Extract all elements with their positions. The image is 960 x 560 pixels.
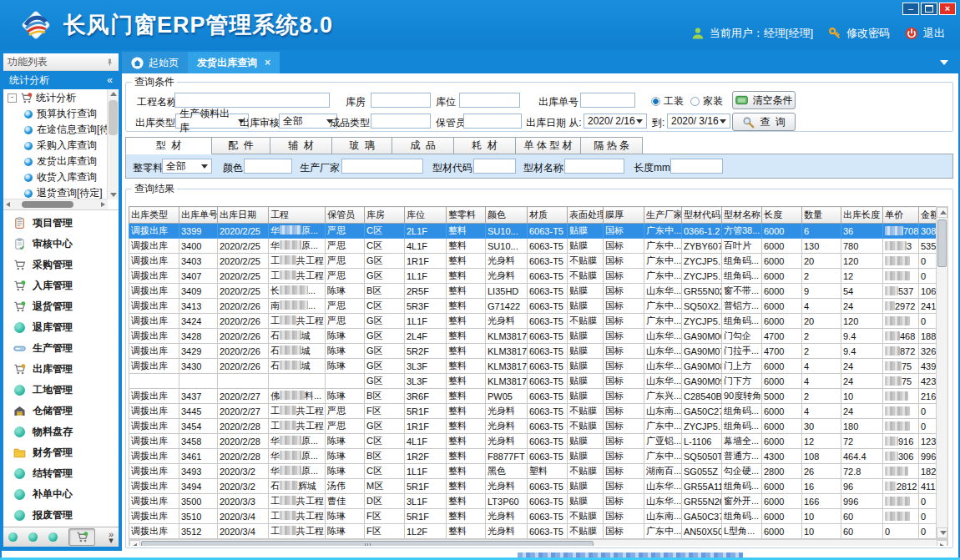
collapse-icon[interactable]: «: [107, 74, 113, 86]
sidebar-module-11[interactable]: 财务管理: [3, 442, 119, 463]
table-row[interactable]: 调拨出库33992020/2/25华原...严思C区2L1F整料SU10...6…: [129, 224, 937, 239]
sidebar-module-9[interactable]: 仓储管理: [3, 401, 119, 421]
scroll-right-icon[interactable]: [101, 202, 105, 207]
logout-button[interactable]: 退出: [923, 26, 945, 41]
material-tab-0[interactable]: 型 材: [125, 137, 212, 154]
column-header[interactable]: 金额: [919, 207, 937, 224]
module-mini-icon[interactable]: [48, 532, 58, 542]
clear-conditions-button[interactable]: 清空条件: [732, 91, 796, 109]
table-row[interactable]: 调拨出库34002020/2/25华原...严思C区4L1F整料SU10...6…: [129, 239, 937, 254]
change-password-button[interactable]: 修改密码: [846, 26, 890, 41]
search-button[interactable]: 查 询: [732, 113, 796, 131]
pin-icon[interactable]: [105, 58, 114, 67]
whole-part-select[interactable]: 全部: [162, 159, 212, 174]
column-header[interactable]: 生产厂家: [644, 207, 682, 224]
sidebar-module-8[interactable]: 工地管理: [3, 380, 119, 401]
material-tab-4[interactable]: 成 品: [392, 137, 454, 154]
tree-expander-icon[interactable]: -: [8, 93, 17, 103]
table-row[interactable]: 调拨出库34582020/2/28华原...陈琳C区4L1F整料光身料6063-…: [129, 434, 937, 449]
material-tab-1[interactable]: 配 件: [212, 137, 270, 154]
module-mini-icon[interactable]: [8, 532, 18, 542]
tab-close-icon[interactable]: ×: [265, 57, 270, 68]
section-header[interactable]: 统计分析 «: [3, 71, 119, 89]
color-input[interactable]: [244, 159, 292, 174]
profile-code-input[interactable]: [473, 159, 516, 174]
minimize-button[interactable]: –: [902, 3, 919, 15]
column-header[interactable]: 库位: [405, 207, 447, 224]
table-row[interactable]: 调拨出库34302020/2/26石城陈琳G区3L3F整料KLM38176063…: [129, 359, 937, 374]
column-header[interactable]: 出库日期: [218, 207, 269, 224]
sidebar-module-2[interactable]: 采购管理: [3, 255, 119, 275]
tree-item-2[interactable]: 采购入库查询: [3, 138, 108, 154]
table-row[interactable]: 调拨出库34372020/2/27佛料...陈琳B区3R6F整料PW056063…: [129, 389, 937, 404]
table-row[interactable]: 调拨出库34032020/2/25工共工程严思G区1R1F整料光身料6063-T…: [129, 254, 937, 269]
table-row[interactable]: 调拨出库34132020/2/26南...严思C区5R3F整料G71422606…: [129, 299, 937, 314]
column-header[interactable]: 材质: [528, 207, 568, 224]
material-tab-5[interactable]: 耗 材: [454, 137, 516, 154]
project-name-input[interactable]: [174, 93, 330, 108]
sidebar-module-3[interactable]: 入库管理: [3, 275, 119, 296]
close-button[interactable]: ×: [939, 3, 956, 15]
table-row[interactable]: 调拨出库34242020/2/26工共工程严思G区1L1F整料光身料6063-T…: [129, 314, 937, 329]
sidebar-module-0[interactable]: 项目管理: [3, 213, 119, 234]
tree-vertical-scrollbar[interactable]: [107, 89, 119, 199]
column-header[interactable]: 颜色: [486, 207, 528, 224]
scroll-up-icon[interactable]: [940, 210, 947, 214]
tree-item-5[interactable]: 退货查询[待定]: [3, 185, 108, 199]
warehouse-input[interactable]: [371, 93, 431, 108]
column-header[interactable]: 表面处理: [568, 207, 604, 224]
table-row[interactable]: 调拨出库34282020/2/26石城陈琳G区2L4F整料KLM38176063…: [129, 329, 937, 344]
date-from-picker[interactable]: 2020/ 2/16: [584, 114, 647, 129]
table-row[interactable]: G区3L3F整料KLM38176063-T5贴膜国标山东华...GA90M09.…: [129, 374, 937, 389]
scroll-right-icon[interactable]: [940, 543, 944, 546]
column-header[interactable]: 保管员: [326, 207, 365, 224]
sidebar-module-1[interactable]: 审核中心: [3, 234, 119, 255]
sidebar-module-12[interactable]: 结转管理: [3, 463, 119, 484]
radio-industrial[interactable]: 工装: [651, 94, 684, 108]
table-row[interactable]: 调拨出库34542020/2/28工共工程严思G区1R1F整料光身料6063-T…: [129, 419, 937, 434]
column-header[interactable]: 库房: [365, 207, 405, 224]
grid-vertical-scrollbar[interactable]: [936, 206, 948, 539]
column-header[interactable]: 工程: [269, 207, 326, 224]
column-header[interactable]: 数量: [802, 207, 841, 224]
tab-shipment-query[interactable]: 发货出库查询 ×: [188, 52, 280, 73]
location-input[interactable]: [459, 93, 520, 108]
material-tab-6[interactable]: 单 体 型 材: [516, 137, 581, 154]
table-row[interactable]: 调拨出库34292020/2/26石城陈琳G区5R2F整料KLM38176063…: [129, 344, 937, 359]
column-header[interactable]: 型材名称: [722, 207, 762, 224]
table-row[interactable]: 调拨出库35102020/3/4工共工程陈琳F区5R1F整料光身料6063-T5…: [129, 509, 937, 524]
table-row[interactable]: 调拨出库35122020/3/4工共工程陈琳F区1L2F整料光身料6063-T5…: [129, 524, 937, 539]
sidebar-module-14[interactable]: 报废管理: [3, 505, 119, 526]
profile-name-input[interactable]: [564, 159, 624, 174]
tree-item-4[interactable]: 收货入库查询: [3, 169, 108, 185]
material-tab-3[interactable]: 玻 璃: [332, 137, 392, 154]
audit-select[interactable]: 全部: [279, 114, 337, 129]
column-header[interactable]: 整零料: [447, 207, 486, 224]
radio-home[interactable]: 家装: [690, 94, 723, 108]
grid-hscroll-thumb[interactable]: [141, 541, 594, 546]
module-mini-icon[interactable]: [28, 532, 38, 542]
column-header[interactable]: 出库单号: [179, 207, 218, 224]
sidebar-module-4[interactable]: 退货管理: [3, 296, 119, 317]
sidebar-module-6[interactable]: 生产管理: [3, 338, 119, 359]
column-header[interactable]: 单价: [883, 207, 919, 224]
table-row[interactable]: 调拨出库35002020/3/3工共工程曹佳D区3L1F整料LT3P606063…: [129, 494, 937, 509]
column-header[interactable]: 长度: [762, 207, 802, 224]
order-no-input[interactable]: [580, 93, 635, 108]
table-row[interactable]: 调拨出库34092020/2/25长...陈琳B区2R5F整料LI35HD606…: [129, 284, 937, 299]
sidebar-module-10[interactable]: 物料盘存: [3, 421, 119, 442]
grid-horizontal-scrollbar[interactable]: [129, 539, 948, 546]
table-row[interactable]: 调拨出库34932020/3/2华原...陈琳C区1L1F整料黑色塑料不贴膜国标…: [129, 464, 937, 479]
tree-item-3[interactable]: 发货出库查询: [3, 154, 108, 169]
more-modules-chevron[interactable]: »▾: [109, 532, 114, 543]
date-to-picker[interactable]: 2020/ 3/16: [667, 114, 730, 129]
tab-list-dropdown-icon[interactable]: [940, 60, 948, 65]
table-row[interactable]: 调拨出库34942020/3/2石辉城汤伟M区5R1F整料光身料6063-T5贴…: [129, 479, 937, 494]
tab-home[interactable]: 起始页: [122, 52, 188, 73]
column-header[interactable]: 出库长度: [841, 207, 883, 224]
column-header[interactable]: 出库类型: [129, 207, 179, 224]
tree-item-0[interactable]: 预算执行查询: [3, 106, 108, 122]
tree-root-statistics[interactable]: - 统计分析: [3, 90, 108, 106]
table-row[interactable]: 调拨出库34612020/2/28华原...陈琳B区1R2F整料F8877FT6…: [129, 449, 937, 464]
scroll-left-icon[interactable]: [133, 543, 137, 546]
